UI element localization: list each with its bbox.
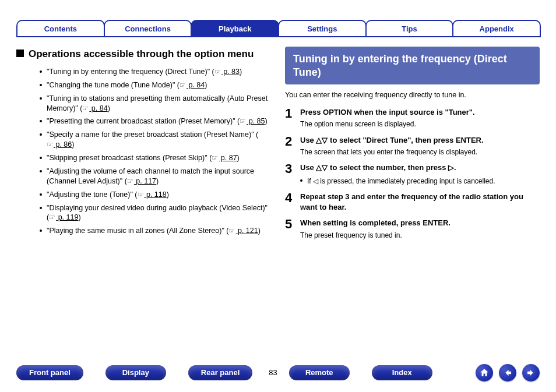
options-list: "Tuning in by entering the frequency (Di… <box>40 67 271 236</box>
list-item-tail: ) <box>265 117 268 125</box>
list-item: "Skipping preset broadcast stations (Pre… <box>40 153 271 163</box>
top-tabs: Contents Connections Playback Settings T… <box>16 0 540 37</box>
tab-playback[interactable]: Playback <box>191 20 279 37</box>
footer-btn-display[interactable]: Display <box>105 365 166 380</box>
step-title: Press OPTION when the input source is "T… <box>300 107 540 118</box>
step-body: Press OPTION when the input source is "T… <box>300 107 540 129</box>
page-link[interactable]: ☞ p. 84 <box>82 104 107 112</box>
tab-label: Contents <box>44 24 77 34</box>
list-item-text: "Adjusting the tone (Tone)" ( <box>47 190 138 199</box>
step-title: Use △▽ to select "Direct Tune", then pre… <box>300 135 540 146</box>
step: 1Press OPTION when the input source is "… <box>285 107 540 129</box>
pointer-icon: ☞ <box>47 140 53 149</box>
list-item-text: "Specify a name for the preset broadcast… <box>47 130 258 139</box>
tab-label: Appendix <box>480 24 514 34</box>
tab-label: Connections <box>125 24 171 34</box>
home-button[interactable] <box>476 364 493 382</box>
list-item-tail: ) <box>258 227 261 235</box>
page-ref: p. 84 <box>89 104 107 112</box>
list-item-tail: ) <box>167 190 169 199</box>
page-link[interactable]: ☞ p. 119 <box>49 213 78 221</box>
list-item-text: "Tuning in by entering the frequency (Di… <box>47 68 214 76</box>
step: 3Use △▽ to select the number, then press… <box>285 163 540 186</box>
page-link[interactable]: ☞ p. 84 <box>180 81 205 89</box>
pointer-icon: ☞ <box>228 226 235 235</box>
list-item-text: "Presetting the current broadcast statio… <box>47 117 240 125</box>
list-item: "Specify a name for the preset broadcast… <box>40 130 271 150</box>
list-item-text: "Skipping preset broadcast stations (Pre… <box>47 154 212 162</box>
page-link[interactable]: ☞ p. 87 <box>212 154 237 162</box>
list-item-tail: ) <box>240 68 242 76</box>
tab-label: Tips <box>402 24 417 34</box>
step-number: 2 <box>285 135 300 157</box>
prev-button[interactable] <box>499 364 516 382</box>
page-link[interactable]: ☞ p. 117 <box>127 177 156 185</box>
list-item: "Tuning in to stations and presetting th… <box>40 94 271 114</box>
step-body: Use △▽ to select the number, then press … <box>300 163 540 186</box>
footer-btn-index[interactable]: Index <box>372 365 432 380</box>
list-item-tail: ) <box>205 81 207 89</box>
list-item-text: "Changing the tune mode (Tune Mode)" ( <box>47 81 180 89</box>
step-sub: The preset frequency is tuned in. <box>300 231 540 240</box>
pointer-icon: ☞ <box>82 104 89 113</box>
list-item: "Changing the tune mode (Tune Mode)" (☞ … <box>40 80 271 90</box>
step-title: When setting is completed, press ENTER. <box>300 218 540 228</box>
page-link[interactable]: ☞ p. 85 <box>240 117 265 125</box>
pointer-icon: ☞ <box>49 213 55 222</box>
page-link[interactable]: ☞ p. 86 <box>47 140 72 149</box>
list-item: "Presetting the current broadcast statio… <box>40 116 271 126</box>
arrow-left-icon <box>502 368 513 378</box>
pointer-icon: ☞ <box>240 116 246 126</box>
footer-btn-remote[interactable]: Remote <box>289 365 350 380</box>
tab-label: Playback <box>219 24 251 34</box>
step-sub: The screen that lets you enter the frequ… <box>300 147 540 157</box>
step-number: 1 <box>285 107 300 129</box>
home-icon <box>479 368 490 378</box>
pointer-icon: ☞ <box>212 153 218 163</box>
step-title: Use △▽ to select the number, then press … <box>300 163 540 173</box>
list-item: "Adjusting the volume of each channel to… <box>40 167 271 186</box>
footer-btn-rear-panel[interactable]: Rear panel <box>188 365 252 380</box>
list-item: "Displaying your desired video during au… <box>40 203 271 223</box>
right-column: Tuning in by entering the frequency (Dir… <box>281 45 540 360</box>
list-item-text: "Playing the same music in all zones (Al… <box>47 227 228 235</box>
tab-appendix[interactable]: Appendix <box>452 20 541 37</box>
footer-btn-front-panel[interactable]: Front panel <box>16 365 83 380</box>
page-link[interactable]: ☞ p. 83 <box>214 68 240 76</box>
list-item: "Adjusting the tone (Tone)" (☞ p. 118) <box>40 190 271 200</box>
footer: Front panel Display Rear panel 83 Remote… <box>16 364 540 382</box>
tab-connections[interactable]: Connections <box>104 20 192 37</box>
page-ref: p. 117 <box>134 177 156 185</box>
list-item: "Tuning in by entering the frequency (Di… <box>40 67 271 77</box>
page-ref: p. 83 <box>221 68 240 76</box>
page-ref: p. 84 <box>186 81 205 89</box>
list-item-tail: ) <box>237 154 240 162</box>
step-title: Repeat step 3 and enter the frequency of… <box>300 192 540 212</box>
page-link[interactable]: ☞ p. 121 <box>228 227 258 235</box>
step: 5When setting is completed, press ENTER.… <box>285 218 540 240</box>
step-body: When setting is completed, press ENTER.T… <box>300 218 540 240</box>
section-title: Tuning in by entering the frequency (Dir… <box>293 53 507 78</box>
pointer-icon: ☞ <box>180 80 186 90</box>
page-number: 83 <box>269 368 277 378</box>
pill-label: Rear panel <box>201 368 240 378</box>
page-ref: p. 87 <box>219 154 237 162</box>
section-title-box: Tuning in by entering the frequency (Dir… <box>285 47 540 84</box>
main-content: Operations accessible through the option… <box>16 45 540 360</box>
list-item-tail: ) <box>78 213 80 221</box>
arrow-right-icon <box>526 368 536 378</box>
list-item-tail: ) <box>108 104 110 112</box>
step: 4Repeat step 3 and enter the frequency o… <box>285 192 540 212</box>
tab-tips[interactable]: Tips <box>365 20 454 37</box>
step-number: 4 <box>285 192 300 212</box>
page-link[interactable]: ☞ p. 118 <box>138 190 167 199</box>
tab-contents[interactable]: Contents <box>16 20 105 37</box>
pointer-icon: ☞ <box>127 176 133 186</box>
step-note: If ◁ is pressed, the immediately precedi… <box>300 176 540 186</box>
square-bullet-icon <box>16 50 24 57</box>
step-number: 5 <box>285 218 300 240</box>
list-item-tail: ) <box>72 140 74 149</box>
page-ref: p. 119 <box>56 213 78 221</box>
next-button[interactable] <box>522 364 540 382</box>
tab-settings[interactable]: Settings <box>278 20 367 37</box>
